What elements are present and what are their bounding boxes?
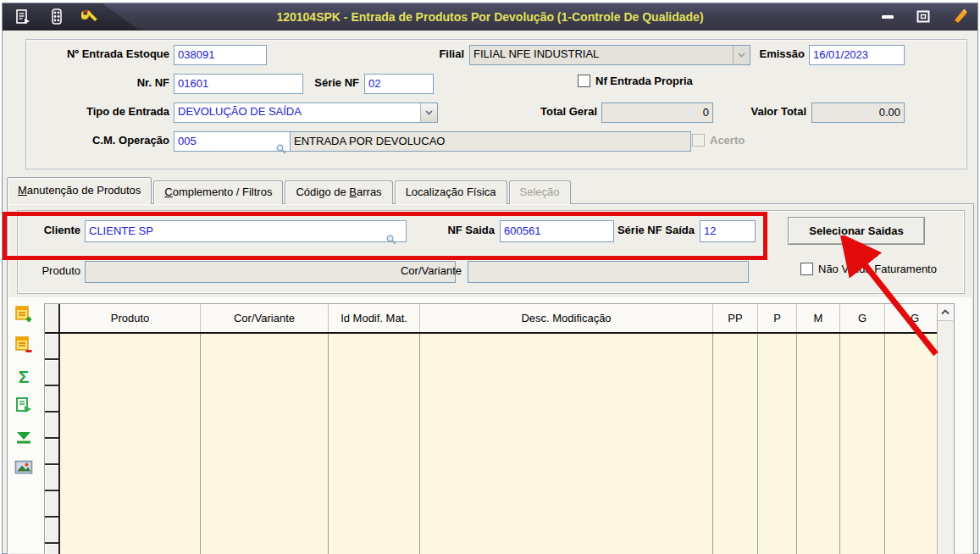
nf-entrada-propria-checkbox[interactable]: Nf Entrada Propria xyxy=(578,75,693,87)
column-header-id-modif-mat[interactable]: Id Modif. Mat. xyxy=(329,304,420,332)
label-tipo-entrada: Tipo de Entrada xyxy=(34,105,169,118)
tab-selecao: Seleção xyxy=(509,180,571,204)
grid-column-m xyxy=(797,334,840,554)
grid-host: Σ xyxy=(8,297,972,553)
search-icon[interactable] xyxy=(386,235,396,247)
traffic-light-icon[interactable] xyxy=(47,8,67,26)
row-selector xyxy=(45,491,58,518)
column-header-cor-variante[interactable]: Cor/Variante xyxy=(201,304,329,332)
row-selector xyxy=(45,439,58,465)
label-cliente: Cliente xyxy=(30,224,80,236)
selecionar-saidas-button[interactable]: Selecionar Saidas xyxy=(788,217,925,245)
label-cor-variante: Cor/Variante xyxy=(385,264,462,277)
label-total-geral: Total Geral xyxy=(512,105,597,118)
serie-nf-input[interactable]: 02 xyxy=(364,74,434,94)
row-selector xyxy=(45,334,58,360)
grid-column-pp xyxy=(713,334,758,554)
add-row-icon[interactable] xyxy=(13,303,35,325)
label-entrada-estoque: Nº Entrada Estoque xyxy=(34,47,169,60)
grid-column-cor-variante xyxy=(201,334,329,554)
filter-funnel-icon[interactable] xyxy=(13,427,35,449)
grid-row-gutter xyxy=(45,334,60,554)
vertical-scrollbar[interactable] xyxy=(937,304,954,554)
row-selector xyxy=(45,413,58,439)
titlebar: 120104SPK - Entrada de Produtos Por Devo… xyxy=(3,3,977,30)
acerto-checkbox: Acerto xyxy=(692,134,745,147)
label-emissao: Emissão xyxy=(716,47,805,60)
checkbox-box[interactable] xyxy=(578,75,590,87)
filial-value: FILIAL NFE INDUSTRIAL xyxy=(470,46,733,64)
row-selector xyxy=(45,465,58,491)
cor-variante-input xyxy=(468,261,749,283)
filial-select: FILIAL NFE INDUSTRIAL xyxy=(469,45,750,65)
tipo-entrada-value: DEVOLUÇÃO DE SAÍDA xyxy=(174,103,420,122)
column-header-desc-modificacao[interactable]: Desc. Modificação xyxy=(420,304,713,332)
grid-column-produto xyxy=(60,334,201,554)
tab-complemento-filtros[interactable]: Complemento / Filtros xyxy=(153,180,283,204)
column-header-produto[interactable]: Produto xyxy=(60,304,201,332)
emissao-input[interactable]: 16/01/2023 xyxy=(809,45,905,65)
row-selector xyxy=(45,544,58,554)
restore-button[interactable] xyxy=(913,8,933,26)
minimize-button[interactable] xyxy=(878,8,898,26)
label-cm-operacao: C.M. Operação xyxy=(34,134,169,147)
row-selector xyxy=(45,360,58,386)
screenshot-root: 120104SPK - Entrada de Produtos Por Devo… xyxy=(0,0,980,554)
total-geral-field: 0 xyxy=(601,102,713,123)
nao-valida-faturamento-checkbox[interactable]: Não Valida Faturamento xyxy=(800,263,937,275)
nf-saida-input[interactable]: 600561 xyxy=(500,220,614,242)
wrench-icon[interactable] xyxy=(80,8,101,26)
remove-row-icon[interactable] xyxy=(13,334,35,356)
grid-column-gg xyxy=(885,334,944,554)
grid-column-id-modif-mat xyxy=(329,334,420,554)
grid-header: Produto Cor/Variante Id Modif. Mat. Desc… xyxy=(45,304,954,334)
label-serie-nf-saida: Série NF Saída xyxy=(612,224,695,236)
cm-operacao-description: ENTRADA POR DEVOLUCAO xyxy=(290,131,691,152)
label-filial: Filial xyxy=(381,47,464,60)
column-header-m[interactable]: M xyxy=(797,304,840,332)
document-icon[interactable] xyxy=(13,8,33,26)
edit-pencil-icon[interactable] xyxy=(949,8,969,26)
grid-column-g xyxy=(840,334,885,554)
checkbox-box[interactable] xyxy=(800,263,813,275)
entrada-estoque-input[interactable]: 038091 xyxy=(174,45,267,65)
row-selector xyxy=(45,386,58,413)
label-nr-nf: Nr. NF xyxy=(34,76,169,89)
label-produto: Produto xyxy=(30,264,80,277)
acerto-label: Acerto xyxy=(710,134,745,147)
search-icon[interactable] xyxy=(276,144,286,157)
copy-rows-icon[interactable] xyxy=(13,395,35,417)
grid-side-toolbar: Σ xyxy=(9,297,38,553)
row-selector xyxy=(45,518,58,544)
label-valor-total: Valor Total xyxy=(725,105,806,118)
tab-bar: Manutenção de Produtos Complemento / Fil… xyxy=(7,178,573,204)
column-header-p[interactable]: P xyxy=(758,304,797,332)
column-header-pp[interactable]: PP xyxy=(713,304,758,332)
tab-localizacao-fisica[interactable]: Localização Física xyxy=(395,180,507,204)
tipo-entrada-select[interactable]: DEVOLUÇÃO DE SAÍDA xyxy=(174,102,438,123)
serie-nf-saida-input[interactable]: 12 xyxy=(700,220,756,242)
cliente-input[interactable]: CLIENTE SP xyxy=(85,220,407,242)
chevron-down-icon[interactable] xyxy=(420,103,437,122)
sum-icon[interactable]: Σ xyxy=(13,366,35,388)
checkbox-box xyxy=(692,134,705,147)
label-serie-nf: Série NF xyxy=(303,76,359,89)
nao-valida-faturamento-label: Não Valida Faturamento xyxy=(818,263,937,275)
scroll-up-button[interactable] xyxy=(938,304,953,321)
label-nf-saida: NF Saida xyxy=(440,224,495,236)
tab-manutencao-de-produtos[interactable]: Manutenção de Produtos xyxy=(7,177,152,204)
grid-column-desc-modificacao xyxy=(420,334,713,554)
tab-codigo-de-barras[interactable]: Código de Barras xyxy=(285,180,392,204)
window-title: 120104SPK - Entrada de Produtos Por Devo… xyxy=(3,10,977,24)
column-header-g[interactable]: G xyxy=(840,304,885,332)
products-grid: Produto Cor/Variante Id Modif. Mat. Desc… xyxy=(44,303,955,554)
nr-nf-input[interactable]: 01601 xyxy=(174,74,303,94)
valor-total-field: 0.00 xyxy=(811,102,905,123)
grid-column-p xyxy=(758,334,797,554)
image-icon[interactable] xyxy=(13,457,35,479)
grid-body xyxy=(45,334,954,554)
nf-entrada-propria-label: Nf Entrada Propria xyxy=(595,75,693,87)
grid-gutter-header xyxy=(45,304,60,332)
